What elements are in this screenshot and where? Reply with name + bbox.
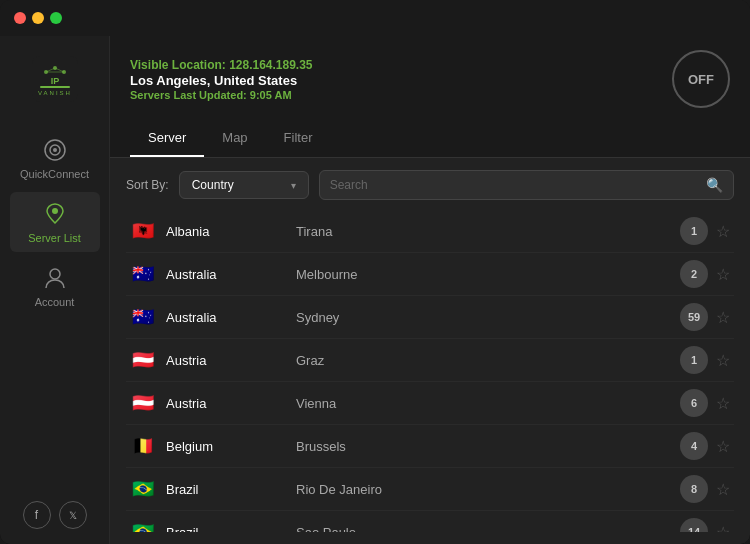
visible-location: Visible Location: 128.164.189.35 [130, 58, 313, 72]
country-name: Australia [166, 310, 296, 325]
search-icon: 🔍 [706, 177, 723, 193]
title-bar [0, 0, 750, 36]
facebook-button[interactable]: f [23, 501, 51, 529]
svg-point-12 [53, 148, 57, 152]
server-count-badge: 2 [680, 260, 708, 288]
tab-filter-label: Filter [284, 130, 313, 145]
table-row[interactable]: 🇦🇱 Albania Tirana 1 ☆ [126, 210, 734, 253]
sort-dropdown-value: Country [192, 178, 234, 192]
table-row[interactable]: 🇦🇹 Austria Vienna 6 ☆ [126, 382, 734, 425]
city-name: Sao Paulo [296, 525, 680, 533]
server-count-badge: 59 [680, 303, 708, 331]
country-name: Austria [166, 396, 296, 411]
country-name: Brazil [166, 525, 296, 533]
table-row[interactable]: 🇦🇹 Austria Graz 1 ☆ [126, 339, 734, 382]
table-row[interactable]: 🇧🇪 Belgium Brussels 4 ☆ [126, 425, 734, 468]
controls-row: Sort By: Country ▾ 🔍 [126, 170, 734, 200]
svg-text:VANISH: VANISH [38, 90, 72, 96]
flag-icon: 🇧🇪 [130, 437, 156, 455]
flag-icon: 🇧🇷 [130, 480, 156, 498]
tab-filter[interactable]: Filter [266, 120, 331, 157]
last-updated: Servers Last Updated: 9:05 AM [130, 89, 313, 101]
maximize-button[interactable] [50, 12, 62, 24]
flag-icon: 🇦🇹 [130, 351, 156, 369]
table-row[interactable]: 🇦🇺 Australia Sydney 59 ☆ [126, 296, 734, 339]
table-row[interactable]: 🇦🇺 Australia Melbourne 2 ☆ [126, 253, 734, 296]
sort-dropdown[interactable]: Country ▾ [179, 171, 309, 199]
twitter-button[interactable]: 𝕏 [59, 501, 87, 529]
favorite-star[interactable]: ☆ [716, 437, 730, 456]
favorite-star[interactable]: ☆ [716, 480, 730, 499]
city-name: Tirana [296, 224, 680, 239]
header-info: Visible Location: 128.164.189.35 Los Ang… [130, 58, 313, 101]
tab-map[interactable]: Map [204, 120, 265, 157]
city-name: Vienna [296, 396, 680, 411]
tabs-bar: Server Map Filter [110, 120, 750, 158]
search-input[interactable] [330, 178, 706, 192]
server-count-badge: 4 [680, 432, 708, 460]
sidebar: IP VANISH [0, 36, 110, 544]
svg-text:IP: IP [50, 76, 59, 86]
server-count-badge: 6 [680, 389, 708, 417]
sidebar-item-serverlist[interactable]: Server List [10, 192, 100, 252]
chevron-down-icon: ▾ [291, 180, 296, 191]
account-label: Account [35, 296, 75, 308]
logo-icon: IP VANISH [32, 56, 78, 106]
favorite-star[interactable]: ☆ [716, 523, 730, 533]
window-buttons [14, 12, 62, 24]
country-name: Australia [166, 267, 296, 282]
flag-icon: 🇦🇺 [130, 308, 156, 326]
flag-icon: 🇦🇺 [130, 265, 156, 283]
city-name: Rio De Janeiro [296, 482, 680, 497]
serverlist-icon [41, 200, 69, 228]
search-box: 🔍 [319, 170, 734, 200]
quickconnect-icon [41, 136, 69, 164]
flag-icon: 🇦🇱 [130, 222, 156, 240]
main-content: Visible Location: 128.164.189.35 Los Ang… [110, 36, 750, 544]
table-row[interactable]: 🇧🇷 Brazil Sao Paulo 14 ☆ [126, 511, 734, 532]
social-icons: f 𝕏 [23, 501, 87, 529]
tab-server-label: Server [148, 130, 186, 145]
city-name: Graz [296, 353, 680, 368]
table-row[interactable]: 🇧🇷 Brazil Rio De Janeiro 8 ☆ [126, 468, 734, 511]
country-name: Austria [166, 353, 296, 368]
logo-area: IP VANISH [32, 46, 78, 116]
server-area: Sort By: Country ▾ 🔍 🇦🇱 Albania Tirana 1… [110, 158, 750, 544]
country-name: Brazil [166, 482, 296, 497]
twitter-icon: 𝕏 [69, 510, 77, 521]
svg-rect-2 [40, 86, 70, 88]
power-button-label: OFF [688, 72, 714, 87]
power-button[interactable]: OFF [672, 50, 730, 108]
city-name: Melbourne [296, 267, 680, 282]
serverlist-label: Server List [28, 232, 81, 244]
svg-point-13 [52, 208, 58, 214]
server-count-badge: 14 [680, 518, 708, 532]
city-name: Brussels [296, 439, 680, 454]
account-icon [41, 264, 69, 292]
tab-map-label: Map [222, 130, 247, 145]
city-name: Sydney [296, 310, 680, 325]
country-name: Belgium [166, 439, 296, 454]
favorite-star[interactable]: ☆ [716, 222, 730, 241]
server-count-badge: 1 [680, 217, 708, 245]
facebook-icon: f [35, 508, 38, 522]
tab-server[interactable]: Server [130, 120, 204, 157]
favorite-star[interactable]: ☆ [716, 308, 730, 327]
flag-icon: 🇧🇷 [130, 523, 156, 532]
quickconnect-label: QuickConnect [20, 168, 89, 180]
server-count-badge: 8 [680, 475, 708, 503]
favorite-star[interactable]: ☆ [716, 351, 730, 370]
sidebar-item-account[interactable]: Account [10, 256, 100, 316]
favorite-star[interactable]: ☆ [716, 394, 730, 413]
favorite-star[interactable]: ☆ [716, 265, 730, 284]
server-list: 🇦🇱 Albania Tirana 1 ☆ 🇦🇺 Australia Melbo… [126, 210, 734, 532]
close-button[interactable] [14, 12, 26, 24]
header: Visible Location: 128.164.189.35 Los Ang… [110, 36, 750, 120]
minimize-button[interactable] [32, 12, 44, 24]
svg-point-14 [50, 269, 60, 279]
country-name: Albania [166, 224, 296, 239]
flag-icon: 🇦🇹 [130, 394, 156, 412]
sort-by-label: Sort By: [126, 178, 169, 192]
sidebar-item-quickconnect[interactable]: QuickConnect [10, 128, 100, 188]
server-count-badge: 1 [680, 346, 708, 374]
